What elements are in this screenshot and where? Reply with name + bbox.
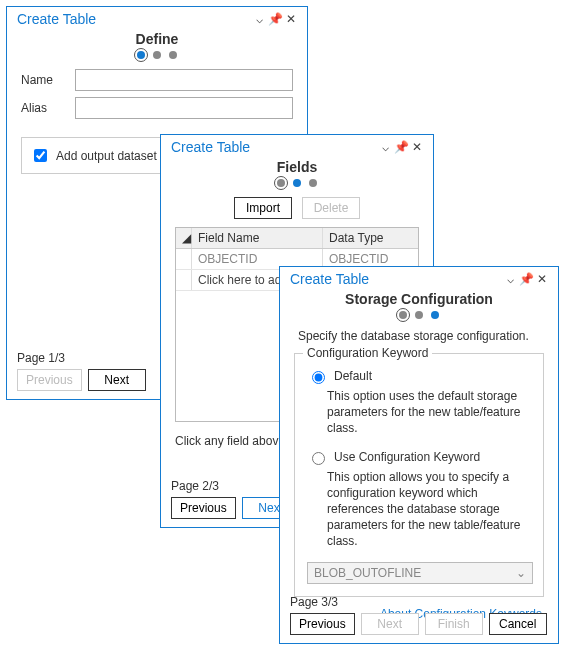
- panel-title: Create Table: [290, 271, 502, 287]
- import-button[interactable]: Import: [234, 197, 292, 219]
- step-dot-3[interactable]: [169, 51, 177, 59]
- panel-title: Create Table: [17, 11, 251, 27]
- page-indicator: Page 2/3: [171, 479, 219, 493]
- keyword-combo: BLOB_OUTOFLINE ⌄: [307, 562, 533, 584]
- col-field-name[interactable]: Field Name: [192, 228, 323, 248]
- previous-button[interactable]: Previous: [290, 613, 355, 635]
- option-custom-desc: This option allows you to specify a conf…: [327, 469, 533, 550]
- add-output-label: Add output dataset: [56, 149, 157, 163]
- step-dots: [280, 311, 558, 319]
- step-header: Storage Configuration: [280, 291, 558, 307]
- step-dot-3[interactable]: [309, 179, 317, 187]
- step-dot-1[interactable]: [277, 179, 285, 187]
- toolbar: Import Delete: [161, 197, 433, 219]
- row-handle-header: ◢: [176, 228, 192, 248]
- close-icon[interactable]: ✕: [534, 272, 550, 286]
- title-bar: Create Table ⌵ 📌 ✕: [161, 135, 433, 157]
- step-dot-2[interactable]: [293, 179, 301, 187]
- previous-button[interactable]: Previous: [171, 497, 236, 519]
- group-legend: Configuration Keyword: [303, 346, 432, 360]
- alias-input[interactable]: [75, 97, 293, 119]
- delete-button: Delete: [302, 197, 360, 219]
- name-label: Name: [21, 73, 67, 87]
- alias-label: Alias: [21, 101, 67, 115]
- next-button: Next: [361, 613, 419, 635]
- dropdown-icon[interactable]: ⌵: [502, 272, 518, 286]
- row-handle[interactable]: [176, 249, 192, 269]
- cancel-button[interactable]: Cancel: [489, 613, 547, 635]
- title-bar: Create Table ⌵ 📌 ✕: [7, 7, 307, 29]
- footer: Previous Next: [17, 369, 146, 391]
- pin-icon[interactable]: 📌: [393, 140, 409, 154]
- next-button[interactable]: Next: [88, 369, 146, 391]
- config-keyword-group: Configuration Keyword Default This optio…: [294, 353, 544, 597]
- dropdown-icon[interactable]: ⌵: [251, 12, 267, 26]
- footer: Previous Next Finish Cancel: [290, 613, 547, 635]
- col-data-type[interactable]: Data Type: [323, 228, 418, 248]
- pin-icon[interactable]: 📌: [267, 12, 283, 26]
- close-icon[interactable]: ✕: [409, 140, 425, 154]
- page-indicator: Page 1/3: [17, 351, 65, 365]
- wizard-panel-storage: Create Table ⌵ 📌 ✕ Storage Configuration…: [279, 266, 559, 644]
- pin-icon[interactable]: 📌: [518, 272, 534, 286]
- step-dots: [161, 179, 433, 187]
- close-icon[interactable]: ✕: [283, 12, 299, 26]
- option-custom-row[interactable]: Use Configuration Keyword: [307, 449, 533, 465]
- previous-button: Previous: [17, 369, 82, 391]
- name-input[interactable]: [75, 69, 293, 91]
- step-dot-1[interactable]: [399, 311, 407, 319]
- step-dot-1[interactable]: [137, 51, 145, 59]
- name-row: Name: [21, 69, 293, 91]
- table-header: ◢ Field Name Data Type: [176, 228, 418, 249]
- option-custom-radio[interactable]: [312, 452, 325, 465]
- option-default-row[interactable]: Default: [307, 368, 533, 384]
- step-header: Fields: [161, 159, 433, 175]
- dropdown-icon[interactable]: ⌵: [377, 140, 393, 154]
- description: Specify the database storage configurati…: [298, 329, 540, 343]
- option-default-radio[interactable]: [312, 371, 325, 384]
- option-default-desc: This option uses the default storage par…: [327, 388, 533, 437]
- row-handle: [176, 270, 192, 290]
- option-custom-label: Use Configuration Keyword: [334, 450, 480, 464]
- chevron-down-icon: ⌄: [516, 566, 526, 580]
- step-dot-2[interactable]: [153, 51, 161, 59]
- panel-title: Create Table: [171, 139, 377, 155]
- add-output-checkbox[interactable]: [34, 149, 47, 162]
- page-indicator: Page 3/3: [290, 595, 338, 609]
- option-default-label: Default: [334, 369, 372, 383]
- step-header: Define: [7, 31, 307, 47]
- keyword-combo-box: BLOB_OUTOFLINE ⌄: [307, 562, 533, 584]
- step-dot-3[interactable]: [431, 311, 439, 319]
- step-dot-2[interactable]: [415, 311, 423, 319]
- title-bar: Create Table ⌵ 📌 ✕: [280, 267, 558, 289]
- alias-row: Alias: [21, 97, 293, 119]
- keyword-combo-value: BLOB_OUTOFLINE: [314, 566, 421, 580]
- step-dots: [7, 51, 307, 59]
- finish-button: Finish: [425, 613, 483, 635]
